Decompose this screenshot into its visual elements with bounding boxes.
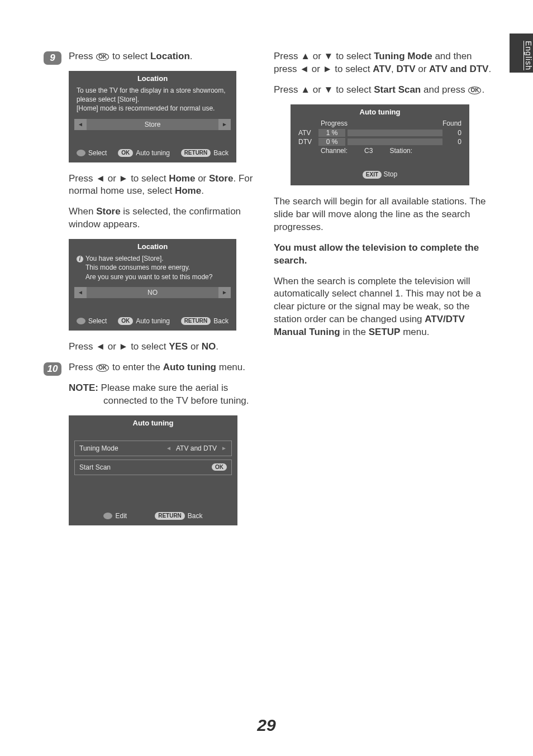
- no-word: NO: [202, 341, 216, 352]
- auto-tuning-word: Auto tuning: [163, 362, 216, 372]
- osd-auto-tuning-progress: Auto tuning Progress Found ATV 1 % 0 DTV…: [291, 104, 469, 185]
- para-search: The search will begin for all available …: [274, 195, 494, 234]
- t: Auto tuning: [136, 317, 170, 325]
- t: This mode consumes more energy.: [85, 264, 190, 271]
- footer-select: Select: [77, 149, 107, 157]
- right-arrow-icon[interactable]: ►: [218, 119, 231, 130]
- osd-title: Auto tuning: [69, 415, 237, 429]
- info-icon: i: [77, 256, 83, 262]
- left-arrow-icon[interactable]: ◄: [74, 119, 87, 130]
- ok-button[interactable]: OK: [212, 463, 227, 471]
- t: When: [69, 206, 96, 217]
- exit-pill: EXIT: [363, 171, 382, 179]
- t: or: [309, 64, 323, 74]
- osd-footer: Edit RETURNBack: [69, 510, 237, 521]
- return-pill: RETURN: [181, 149, 211, 157]
- step-badge-10: 10: [44, 362, 61, 376]
- t: or: [105, 173, 119, 184]
- osd-desc: To use the TV for the display in a store…: [69, 85, 236, 117]
- start-scan-word: Start Scan: [374, 84, 421, 95]
- ok-pill: OK: [118, 317, 133, 325]
- osd-select-row[interactable]: ◄ Store ►: [74, 119, 231, 130]
- stop-label: Stop: [383, 170, 397, 178]
- dtv-word: DTV: [396, 64, 415, 74]
- osd-title: Auto tuning: [291, 104, 469, 118]
- row-label: Tuning Mode: [79, 444, 118, 452]
- up-arrow-icon: ▲: [301, 51, 310, 61]
- t: Auto tuning: [136, 149, 170, 157]
- tuning-mode-row[interactable]: Tuning Mode ◄ ATV and DTV ►: [74, 441, 232, 456]
- t: or: [310, 51, 324, 61]
- ok-pill: OK: [118, 149, 133, 157]
- found-label: Found: [442, 119, 461, 127]
- dtv-bar: [348, 138, 442, 145]
- t: menu.: [216, 362, 245, 372]
- step-9: 9 Press OK to select Location. Location …: [69, 50, 263, 353]
- t: to select: [333, 84, 374, 95]
- t: Back: [213, 149, 229, 157]
- footer-ok: OKAuto tuning: [118, 149, 170, 157]
- right-arrow-icon: ►: [323, 64, 332, 74]
- osd-confirm: Location iYou have selected [Store]. Thi…: [69, 239, 236, 331]
- atv-progress-row: ATV 1 % 0: [291, 128, 469, 137]
- t: Select: [88, 317, 107, 325]
- channel-station-row: Channel: C3 Station:: [291, 146, 469, 160]
- para-confirm: When Store is selected, the confirmation…: [69, 205, 263, 231]
- language-tab: English: [510, 34, 533, 73]
- home-word: Home: [175, 185, 201, 196]
- t: To use the TV for the display in a store…: [77, 87, 226, 103]
- start-scan-row[interactable]: Start Scan OK: [74, 460, 232, 475]
- osd-auto-tuning-settings: Auto tuning Tuning Mode ◄ ATV and DTV ► …: [69, 415, 237, 525]
- osd-desc: iYou have selected [Store]. This mode co…: [69, 253, 236, 285]
- t: or: [195, 173, 209, 184]
- t: .: [216, 341, 218, 352]
- right-block: Press ▲ or ▼ to select Tuning Mode and t…: [274, 50, 494, 339]
- return-pill: RETURN: [155, 512, 185, 520]
- atv-found: 0: [445, 129, 461, 137]
- t: Press: [69, 173, 96, 184]
- left-arrow-icon: ◄: [96, 173, 105, 184]
- t: [Home] mode is recommended for normal us…: [77, 104, 215, 112]
- t: Press: [69, 362, 96, 372]
- t: .: [201, 185, 204, 196]
- right-arrow-icon[interactable]: ►: [218, 287, 231, 298]
- step-10: 10 Press OK to enter the Auto tuning men…: [69, 361, 263, 525]
- page-number: 29: [0, 716, 533, 735]
- footer-ok: OKAuto tuning: [118, 317, 170, 325]
- down-arrow-icon: ▼: [324, 51, 334, 61]
- atv-dtv-word: ATV and DTV: [429, 64, 488, 74]
- note-label: NOTE:: [69, 382, 98, 393]
- right-arrow-icon[interactable]: ►: [221, 445, 227, 451]
- step10-text: Press OK to enter the Auto tuning menu.: [69, 361, 263, 374]
- t: menu.: [400, 327, 429, 337]
- t: or: [415, 64, 429, 74]
- t: Press: [274, 84, 301, 95]
- location-word: Location: [150, 51, 190, 61]
- para-allow: You must allow the television to complet…: [274, 242, 494, 267]
- t: Back: [213, 317, 229, 325]
- para-start-scan: Press ▲ or ▼ to select Start Scan and pr…: [274, 84, 494, 97]
- para-complete: When the search is complete the televisi…: [274, 275, 494, 339]
- osd-select-value: NO: [147, 289, 158, 296]
- footer-return: RETURNBack: [181, 149, 229, 157]
- osd-select-value: Store: [145, 121, 161, 128]
- down-arrow-icon: ▼: [324, 84, 334, 95]
- left-arrow-icon[interactable]: ◄: [74, 287, 87, 298]
- left-arrow-icon[interactable]: ◄: [166, 445, 172, 451]
- osd-select-row[interactable]: ◄ NO ►: [74, 287, 231, 298]
- note-text: Please make sure the aerial is connected…: [98, 382, 249, 406]
- dtv-percent: 0 %: [318, 138, 345, 146]
- step9-text: Press OK to select Location.: [69, 50, 263, 63]
- atv-label: ATV: [298, 129, 318, 137]
- atv-bar: [348, 130, 442, 136]
- para-tuning-mode: Press ▲ or ▼ to select Tuning Mode and t…: [274, 50, 494, 76]
- t: or: [105, 341, 119, 352]
- dtv-label: DTV: [298, 138, 318, 146]
- dpad-icon: [103, 513, 112, 519]
- t: Are you sure you want to set to this mod…: [85, 273, 212, 281]
- t: .: [488, 64, 491, 74]
- t: ATV and DTV: [176, 444, 217, 452]
- station-label: Station:: [389, 147, 412, 155]
- t: to select: [332, 64, 373, 74]
- tuning-mode-word: Tuning Mode: [374, 51, 432, 61]
